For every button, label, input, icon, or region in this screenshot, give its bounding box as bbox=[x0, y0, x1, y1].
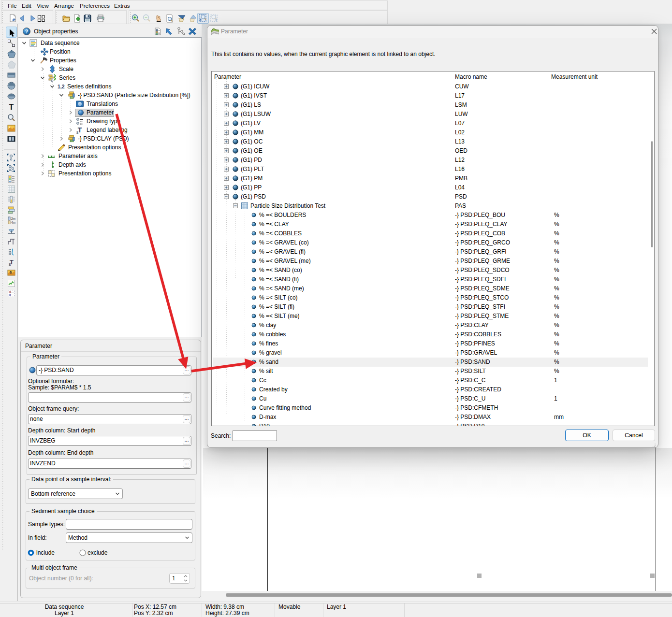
svg-text:4m: 4m bbox=[11, 221, 15, 224]
svg-text:T: T bbox=[9, 103, 14, 111]
svg-text:2m: 2m bbox=[11, 217, 15, 220]
svg-text:$: $ bbox=[9, 262, 11, 266]
svg-text:?: ? bbox=[25, 29, 29, 34]
svg-text:1,2,: 1,2, bbox=[58, 84, 65, 89]
svg-text:$: $ bbox=[10, 270, 12, 274]
